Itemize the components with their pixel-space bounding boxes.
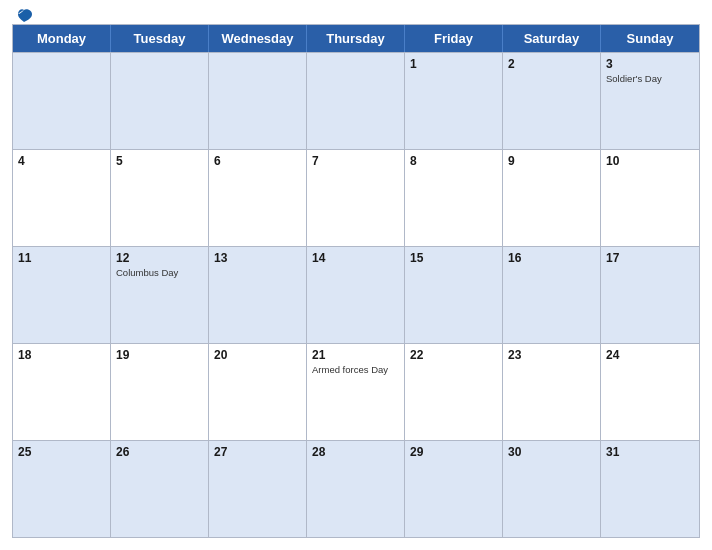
holiday-name: Armed forces Day bbox=[312, 364, 399, 375]
logo-bird-icon bbox=[14, 8, 34, 26]
day-number: 3 bbox=[606, 57, 694, 71]
day-header-saturday: Saturday bbox=[503, 25, 601, 52]
weeks-container: 123Soldier's Day456789101112Columbus Day… bbox=[13, 52, 699, 537]
day-cell-19: 19 bbox=[111, 344, 209, 440]
week-row-2: 45678910 bbox=[13, 149, 699, 246]
day-cell-24: 24 bbox=[601, 344, 699, 440]
day-cell-22: 22 bbox=[405, 344, 503, 440]
day-number: 4 bbox=[18, 154, 105, 168]
calendar-grid: MondayTuesdayWednesdayThursdayFridaySatu… bbox=[12, 24, 700, 538]
day-cell-25: 25 bbox=[13, 441, 111, 537]
week-row-5: 25262728293031 bbox=[13, 440, 699, 537]
day-number: 12 bbox=[116, 251, 203, 265]
day-number: 2 bbox=[508, 57, 595, 71]
day-number: 24 bbox=[606, 348, 694, 362]
day-number: 7 bbox=[312, 154, 399, 168]
day-number: 20 bbox=[214, 348, 301, 362]
day-cell-28: 28 bbox=[307, 441, 405, 537]
day-cell-6: 6 bbox=[209, 150, 307, 246]
day-cell-18: 18 bbox=[13, 344, 111, 440]
day-cell-26: 26 bbox=[111, 441, 209, 537]
day-cell-8: 8 bbox=[405, 150, 503, 246]
day-number: 13 bbox=[214, 251, 301, 265]
day-cell-4: 4 bbox=[13, 150, 111, 246]
day-header-monday: Monday bbox=[13, 25, 111, 52]
day-number: 23 bbox=[508, 348, 595, 362]
day-cell-empty-1 bbox=[111, 53, 209, 149]
day-number: 14 bbox=[312, 251, 399, 265]
week-row-4: 18192021Armed forces Day222324 bbox=[13, 343, 699, 440]
day-header-friday: Friday bbox=[405, 25, 503, 52]
day-header-wednesday: Wednesday bbox=[209, 25, 307, 52]
day-cell-31: 31 bbox=[601, 441, 699, 537]
day-number: 25 bbox=[18, 445, 105, 459]
day-number: 29 bbox=[410, 445, 497, 459]
day-number: 5 bbox=[116, 154, 203, 168]
day-number: 18 bbox=[18, 348, 105, 362]
day-number: 26 bbox=[116, 445, 203, 459]
day-cell-10: 10 bbox=[601, 150, 699, 246]
day-number: 1 bbox=[410, 57, 497, 71]
day-cell-17: 17 bbox=[601, 247, 699, 343]
day-number: 6 bbox=[214, 154, 301, 168]
day-cell-16: 16 bbox=[503, 247, 601, 343]
week-row-1: 123Soldier's Day bbox=[13, 52, 699, 149]
day-number: 16 bbox=[508, 251, 595, 265]
day-cell-5: 5 bbox=[111, 150, 209, 246]
day-cell-20: 20 bbox=[209, 344, 307, 440]
day-number: 21 bbox=[312, 348, 399, 362]
day-cell-30: 30 bbox=[503, 441, 601, 537]
day-cell-7: 7 bbox=[307, 150, 405, 246]
day-cell-13: 13 bbox=[209, 247, 307, 343]
day-number: 30 bbox=[508, 445, 595, 459]
day-cell-2: 2 bbox=[503, 53, 601, 149]
day-cell-23: 23 bbox=[503, 344, 601, 440]
day-number: 19 bbox=[116, 348, 203, 362]
day-number: 10 bbox=[606, 154, 694, 168]
day-number: 9 bbox=[508, 154, 595, 168]
day-cell-14: 14 bbox=[307, 247, 405, 343]
day-cell-3: 3Soldier's Day bbox=[601, 53, 699, 149]
day-cell-1: 1 bbox=[405, 53, 503, 149]
calendar-header bbox=[12, 10, 700, 24]
day-cell-29: 29 bbox=[405, 441, 503, 537]
day-number: 27 bbox=[214, 445, 301, 459]
calendar-container: MondayTuesdayWednesdayThursdayFridaySatu… bbox=[0, 0, 712, 550]
day-cell-15: 15 bbox=[405, 247, 503, 343]
week-row-3: 1112Columbus Day1314151617 bbox=[13, 246, 699, 343]
day-cell-12: 12Columbus Day bbox=[111, 247, 209, 343]
day-cell-11: 11 bbox=[13, 247, 111, 343]
day-number: 17 bbox=[606, 251, 694, 265]
day-cell-27: 27 bbox=[209, 441, 307, 537]
day-cell-9: 9 bbox=[503, 150, 601, 246]
day-header-tuesday: Tuesday bbox=[111, 25, 209, 52]
holiday-name: Columbus Day bbox=[116, 267, 203, 278]
day-number: 15 bbox=[410, 251, 497, 265]
day-header-thursday: Thursday bbox=[307, 25, 405, 52]
logo bbox=[12, 12, 34, 26]
day-cell-empty-3 bbox=[307, 53, 405, 149]
day-headers-row: MondayTuesdayWednesdayThursdayFridaySatu… bbox=[13, 25, 699, 52]
day-cell-empty-0 bbox=[13, 53, 111, 149]
day-number: 28 bbox=[312, 445, 399, 459]
day-cell-empty-2 bbox=[209, 53, 307, 149]
day-number: 8 bbox=[410, 154, 497, 168]
day-number: 11 bbox=[18, 251, 105, 265]
holiday-name: Soldier's Day bbox=[606, 73, 694, 84]
day-header-sunday: Sunday bbox=[601, 25, 699, 52]
day-number: 31 bbox=[606, 445, 694, 459]
logo-text-block bbox=[12, 12, 34, 26]
day-number: 22 bbox=[410, 348, 497, 362]
day-cell-21: 21Armed forces Day bbox=[307, 344, 405, 440]
